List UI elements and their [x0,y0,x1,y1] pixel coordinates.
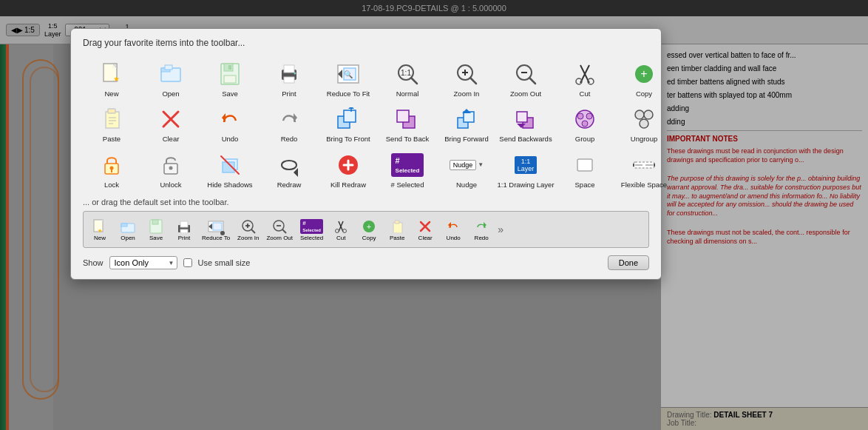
svg-text:+: + [640,67,647,80]
tool-nudge[interactable]: Nudge ▼ Nudge [438,148,495,192]
tool-redo[interactable]: Redo [260,102,318,146]
ungroup-icon [630,105,658,133]
svg-marker-47 [348,107,354,109]
cut-icon [571,60,599,88]
svg-rect-35 [106,112,119,128]
tool-group[interactable]: Group [556,102,614,146]
tool-redraw[interactable]: Redraw [260,148,318,192]
tool-bring-forward[interactable]: Bring Forward [438,102,495,146]
preview-clear[interactable]: Clear [412,217,438,243]
zoom-out-icon [512,60,540,88]
kill-redraw-icon [334,151,362,179]
new-icon: ★ [98,60,126,88]
preview-zoom-in[interactable]: Zoom In [234,217,262,243]
preview-save[interactable]: Save [143,217,169,243]
svg-line-95 [251,229,255,233]
show-select[interactable]: Icon Only Icon and Text Text Only [109,256,177,269]
svg-rect-54 [517,112,527,122]
zoom-out-label: Zoom Out [510,90,541,98]
preview-open[interactable]: Open [115,217,141,243]
drawing-layer-icon: 1:1Layer [512,151,540,179]
send-backwards-label: Send Backwards [499,135,552,143]
tool-drawing-layer[interactable]: 1:1Layer 1:1 Drawing Layer [497,148,555,192]
preview-undo[interactable]: Undo [440,217,467,243]
tool-new[interactable]: ★ New [83,57,140,101]
redo-icon [275,105,303,133]
redraw-icon [275,151,303,179]
unlock-label: Unlock [160,181,181,189]
svg-line-27 [529,78,535,84]
tool-open[interactable]: Open [142,57,200,101]
bring-front-label: Bring To Front [326,135,370,143]
svg-line-20 [411,78,417,84]
tool-flexible-space[interactable]: Flexible Space [615,148,673,192]
normal-label: Normal [396,90,419,98]
preview-paste[interactable]: Paste [384,217,410,243]
tool-send-back[interactable]: Send To Back [379,102,436,146]
tool-space[interactable]: Space [556,148,614,192]
nudge-label: Nudge [456,181,477,189]
unlock-icon [157,151,185,179]
tool-unlock[interactable]: Unlock [142,148,200,192]
undo-label: Undo [222,135,239,143]
tool-paste[interactable]: Paste [83,102,140,146]
svg-rect-90 [180,229,188,233]
preview-print[interactable]: Print [171,217,197,243]
svg-rect-108 [395,221,399,224]
bring-front-icon [334,105,362,133]
bring-forward-icon [452,105,481,133]
show-select-wrapper: Icon Only Icon and Text Text Only [109,256,177,269]
preview-copy[interactable]: + Copy [356,217,382,243]
svg-rect-36 [108,109,115,113]
divider-text: ... or drag the default set into the too… [83,198,649,206]
preview-open-label: Open [121,235,135,241]
new-label: New [104,90,118,98]
tool-reduce-fit[interactable]: 🔍 Reduce To Fit [319,57,377,101]
tool-send-backwards[interactable]: Send Backwards [497,102,555,146]
tool-hash-selected[interactable]: #Selected # Selected [379,148,436,192]
svg-point-62 [640,119,648,128]
send-back-icon [393,105,421,133]
reduce-fit-icon: 🔍 [334,60,362,88]
group-icon [571,105,599,133]
customize-toolbar-dialog: Drag your favorite items into the toolba… [70,28,662,280]
cut-label: Cut [580,90,591,98]
hash-selected-icon: #Selected [393,151,421,179]
svg-text:★: ★ [98,228,102,233]
preview-new[interactable]: ★ New [87,217,113,243]
tool-print[interactable]: Print [260,57,318,101]
svg-point-64 [110,166,114,169]
tool-clear[interactable]: Clear [142,102,200,146]
tool-hide-shadows[interactable]: Hide Shadows [201,148,259,192]
lock-icon [98,151,126,179]
tool-bring-front[interactable]: Bring To Front [319,102,377,146]
svg-rect-107 [393,223,402,233]
tool-zoom-in[interactable]: Zoom In [438,57,495,101]
preview-paste-label: Paste [390,235,404,241]
zoom-in-icon [452,60,481,88]
tool-save[interactable]: Save [201,57,259,101]
small-size-checkbox[interactable] [183,258,192,267]
preview-reduce-to[interactable]: Reduce To [199,217,233,243]
tool-zoom-out[interactable]: Zoom Out [497,57,555,101]
preview-redo[interactable]: Redo [468,217,495,243]
tool-ungroup[interactable]: Ungroup [615,102,673,146]
tool-copy[interactable]: + Copy [615,57,673,101]
preview-hash-selected[interactable]: #Selected Selected [297,217,326,243]
svg-rect-89 [180,221,188,227]
space-label: Space [575,181,595,189]
tool-cut[interactable]: Cut [556,57,614,101]
preview-zoom-out[interactable]: Zoom Out [263,217,296,243]
svg-point-67 [169,166,173,169]
tool-kill-redraw[interactable]: Kill Redraw [319,148,377,192]
tool-normal[interactable]: 1:1 Normal [379,57,436,101]
tool-undo[interactable]: Undo [201,102,259,146]
tool-lock[interactable]: Lock [83,148,140,192]
preview-chevron-right[interactable]: » [496,224,505,235]
svg-rect-45 [344,110,356,122]
preview-cut[interactable]: Cut [328,217,354,243]
svg-text:+: + [367,222,371,231]
done-button[interactable]: Done [608,255,649,270]
hide-shadows-icon [216,151,244,179]
svg-rect-13 [284,77,294,83]
